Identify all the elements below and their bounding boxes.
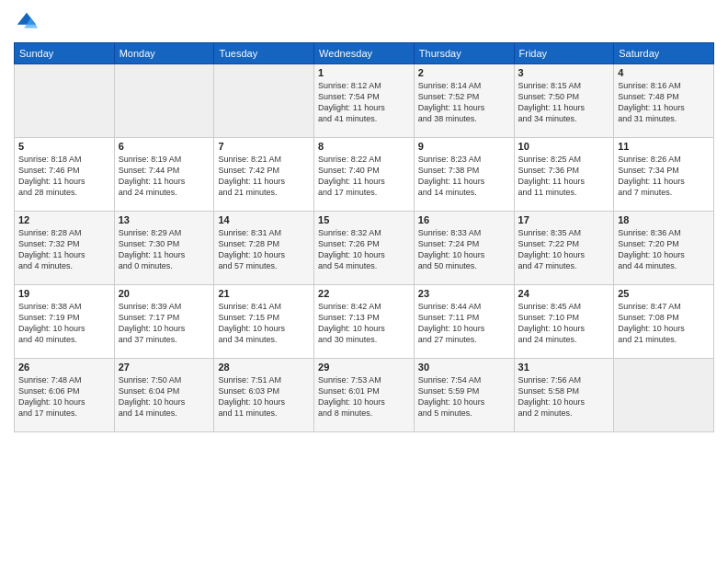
calendar-week-4: 19Sunrise: 8:38 AM Sunset: 7:19 PM Dayli… (15, 285, 714, 359)
day-number: 19 (18, 288, 110, 299)
day-info: Sunrise: 8:45 AM Sunset: 7:10 PM Dayligh… (518, 301, 610, 346)
calendar-week-2: 5Sunrise: 8:18 AM Sunset: 7:46 PM Daylig… (15, 138, 714, 212)
day-info: Sunrise: 8:21 AM Sunset: 7:42 PM Dayligh… (218, 154, 310, 199)
calendar-cell: 2Sunrise: 8:14 AM Sunset: 7:52 PM Daylig… (414, 64, 514, 138)
day-info: Sunrise: 8:39 AM Sunset: 7:17 PM Dayligh… (119, 301, 210, 346)
calendar-cell: 4Sunrise: 8:16 AM Sunset: 7:48 PM Daylig… (614, 64, 714, 138)
day-info: Sunrise: 8:26 AM Sunset: 7:34 PM Dayligh… (618, 154, 710, 199)
day-info: Sunrise: 7:48 AM Sunset: 6:06 PM Dayligh… (18, 374, 110, 419)
day-info: Sunrise: 8:31 AM Sunset: 7:28 PM Dayligh… (218, 227, 310, 272)
calendar-cell: 30Sunrise: 7:54 AM Sunset: 5:59 PM Dayli… (414, 359, 514, 432)
day-info: Sunrise: 8:38 AM Sunset: 7:19 PM Dayligh… (18, 301, 110, 346)
calendar-cell: 9Sunrise: 8:23 AM Sunset: 7:38 PM Daylig… (414, 138, 514, 212)
calendar-cell: 27Sunrise: 7:50 AM Sunset: 6:04 PM Dayli… (114, 359, 214, 432)
calendar-cell: 1Sunrise: 8:12 AM Sunset: 7:54 PM Daylig… (314, 64, 415, 138)
header (14, 9, 714, 35)
day-number: 1 (318, 67, 410, 78)
calendar-header-wednesday: Wednesday (314, 43, 415, 64)
day-info: Sunrise: 8:42 AM Sunset: 7:13 PM Dayligh… (318, 301, 410, 346)
calendar-week-3: 12Sunrise: 8:28 AM Sunset: 7:32 PM Dayli… (15, 212, 714, 285)
day-info: Sunrise: 8:23 AM Sunset: 7:38 PM Dayligh… (418, 154, 510, 199)
calendar-cell: 22Sunrise: 8:42 AM Sunset: 7:13 PM Dayli… (314, 285, 415, 359)
day-info: Sunrise: 7:54 AM Sunset: 5:59 PM Dayligh… (418, 374, 510, 419)
day-number: 15 (318, 214, 410, 225)
calendar: SundayMondayTuesdayWednesdayThursdayFrid… (14, 42, 714, 432)
day-info: Sunrise: 8:36 AM Sunset: 7:20 PM Dayligh… (618, 227, 710, 272)
day-number: 13 (119, 214, 210, 225)
calendar-cell: 12Sunrise: 8:28 AM Sunset: 7:32 PM Dayli… (15, 212, 115, 285)
calendar-cell (15, 64, 115, 138)
day-info: Sunrise: 8:16 AM Sunset: 7:48 PM Dayligh… (618, 80, 710, 125)
day-info: Sunrise: 8:32 AM Sunset: 7:26 PM Dayligh… (318, 227, 410, 272)
calendar-cell: 15Sunrise: 8:32 AM Sunset: 7:26 PM Dayli… (314, 212, 415, 285)
calendar-header-thursday: Thursday (414, 43, 514, 64)
calendar-header-tuesday: Tuesday (214, 43, 314, 64)
day-info: Sunrise: 8:14 AM Sunset: 7:52 PM Dayligh… (418, 80, 510, 125)
calendar-cell: 10Sunrise: 8:25 AM Sunset: 7:36 PM Dayli… (514, 138, 614, 212)
day-info: Sunrise: 7:53 AM Sunset: 6:01 PM Dayligh… (318, 374, 410, 419)
day-number: 23 (418, 288, 510, 299)
day-info: Sunrise: 8:15 AM Sunset: 7:50 PM Dayligh… (518, 80, 610, 125)
day-number: 27 (119, 362, 210, 373)
day-number: 24 (518, 288, 610, 299)
calendar-cell: 29Sunrise: 7:53 AM Sunset: 6:01 PM Dayli… (314, 359, 415, 432)
logo (14, 9, 43, 35)
calendar-cell: 13Sunrise: 8:29 AM Sunset: 7:30 PM Dayli… (114, 212, 214, 285)
page: SundayMondayTuesdayWednesdayThursdayFrid… (0, 0, 728, 563)
day-info: Sunrise: 8:19 AM Sunset: 7:44 PM Dayligh… (119, 154, 210, 199)
day-number: 26 (18, 362, 110, 373)
calendar-cell: 31Sunrise: 7:56 AM Sunset: 5:58 PM Dayli… (514, 359, 614, 432)
calendar-cell: 24Sunrise: 8:45 AM Sunset: 7:10 PM Dayli… (514, 285, 614, 359)
calendar-header-sunday: Sunday (15, 43, 115, 64)
day-info: Sunrise: 8:35 AM Sunset: 7:22 PM Dayligh… (518, 227, 610, 272)
calendar-cell: 3Sunrise: 8:15 AM Sunset: 7:50 PM Daylig… (514, 64, 614, 138)
day-info: Sunrise: 7:50 AM Sunset: 6:04 PM Dayligh… (119, 374, 210, 419)
calendar-cell: 7Sunrise: 8:21 AM Sunset: 7:42 PM Daylig… (214, 138, 314, 212)
day-number: 31 (518, 362, 610, 373)
day-number: 4 (618, 67, 710, 78)
calendar-header-saturday: Saturday (614, 43, 714, 64)
calendar-cell: 16Sunrise: 8:33 AM Sunset: 7:24 PM Dayli… (414, 212, 514, 285)
calendar-week-1: 1Sunrise: 8:12 AM Sunset: 7:54 PM Daylig… (15, 64, 714, 138)
calendar-header-monday: Monday (114, 43, 214, 64)
calendar-cell: 18Sunrise: 8:36 AM Sunset: 7:20 PM Dayli… (614, 212, 714, 285)
calendar-cell: 25Sunrise: 8:47 AM Sunset: 7:08 PM Dayli… (614, 285, 714, 359)
day-info: Sunrise: 8:28 AM Sunset: 7:32 PM Dayligh… (18, 227, 110, 272)
calendar-cell: 8Sunrise: 8:22 AM Sunset: 7:40 PM Daylig… (314, 138, 415, 212)
calendar-cell: 20Sunrise: 8:39 AM Sunset: 7:17 PM Dayli… (114, 285, 214, 359)
calendar-header-friday: Friday (514, 43, 614, 64)
calendar-cell (214, 64, 314, 138)
calendar-cell: 14Sunrise: 8:31 AM Sunset: 7:28 PM Dayli… (214, 212, 314, 285)
day-number: 9 (418, 141, 510, 152)
calendar-cell: 23Sunrise: 8:44 AM Sunset: 7:11 PM Dayli… (414, 285, 514, 359)
day-number: 17 (518, 214, 610, 225)
day-number: 3 (518, 67, 610, 78)
day-info: Sunrise: 8:33 AM Sunset: 7:24 PM Dayligh… (418, 227, 510, 272)
day-number: 7 (218, 141, 310, 152)
day-number: 12 (18, 214, 110, 225)
day-number: 28 (218, 362, 310, 373)
day-info: Sunrise: 7:56 AM Sunset: 5:58 PM Dayligh… (518, 374, 610, 419)
day-number: 5 (18, 141, 110, 152)
calendar-week-5: 26Sunrise: 7:48 AM Sunset: 6:06 PM Dayli… (15, 359, 714, 432)
calendar-cell (614, 359, 714, 432)
day-number: 8 (318, 141, 410, 152)
day-info: Sunrise: 8:47 AM Sunset: 7:08 PM Dayligh… (618, 301, 710, 346)
calendar-cell: 5Sunrise: 8:18 AM Sunset: 7:46 PM Daylig… (15, 138, 115, 212)
day-number: 21 (218, 288, 310, 299)
calendar-cell: 6Sunrise: 8:19 AM Sunset: 7:44 PM Daylig… (114, 138, 214, 212)
day-info: Sunrise: 7:51 AM Sunset: 6:03 PM Dayligh… (218, 374, 310, 419)
calendar-cell: 28Sunrise: 7:51 AM Sunset: 6:03 PM Dayli… (214, 359, 314, 432)
day-info: Sunrise: 8:12 AM Sunset: 7:54 PM Dayligh… (318, 80, 410, 125)
logo-icon (14, 9, 40, 35)
day-number: 18 (618, 214, 710, 225)
day-number: 16 (418, 214, 510, 225)
day-info: Sunrise: 8:25 AM Sunset: 7:36 PM Dayligh… (518, 154, 610, 199)
day-number: 22 (318, 288, 410, 299)
day-number: 25 (618, 288, 710, 299)
calendar-cell: 21Sunrise: 8:41 AM Sunset: 7:15 PM Dayli… (214, 285, 314, 359)
calendar-cell: 19Sunrise: 8:38 AM Sunset: 7:19 PM Dayli… (15, 285, 115, 359)
day-info: Sunrise: 8:29 AM Sunset: 7:30 PM Dayligh… (119, 227, 210, 272)
calendar-header-row: SundayMondayTuesdayWednesdayThursdayFrid… (15, 43, 714, 64)
day-info: Sunrise: 8:41 AM Sunset: 7:15 PM Dayligh… (218, 301, 310, 346)
